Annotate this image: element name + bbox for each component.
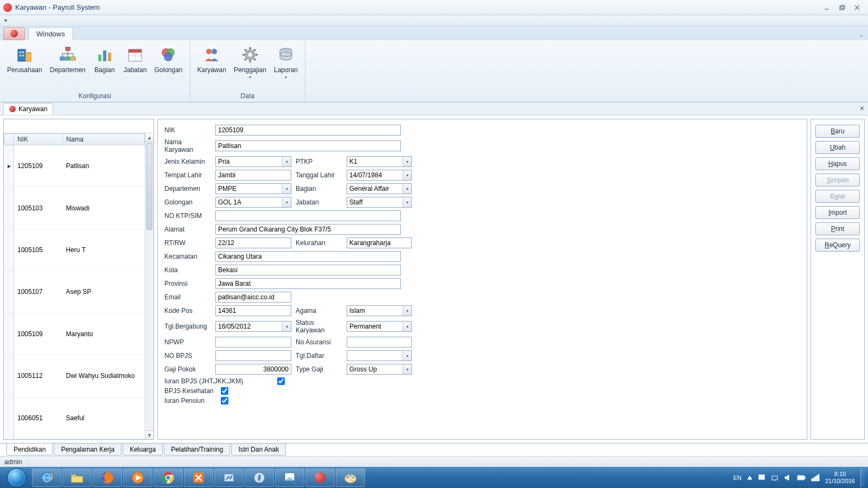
scroll-up-icon[interactable]: ▲ (145, 133, 154, 142)
label-npwp: NPWP (164, 338, 211, 346)
field-bagian[interactable]: General Affair▾ (347, 183, 412, 194)
ribbon-karyawan[interactable]: Karyawan (194, 42, 230, 91)
tray-battery-icon[interactable] (797, 474, 806, 481)
doc-tab-karyawan[interactable]: Karyawan (3, 103, 53, 115)
field-kecamatan[interactable] (215, 251, 401, 262)
table-row[interactable]: 1005105Heru T (4, 229, 145, 271)
field-tempat-lahir[interactable] (215, 170, 291, 181)
grid-scrollbar[interactable]: ▲ ▼ (145, 133, 154, 439)
taskbar-ie[interactable] (32, 468, 61, 487)
field-rtrw[interactable] (215, 237, 291, 248)
minimize-button[interactable] (819, 2, 834, 13)
taskbar-app-3[interactable] (275, 468, 304, 487)
field-asuransi[interactable] (347, 337, 412, 348)
check-iuran-pensiun[interactable] (221, 397, 228, 404)
tab-pendidikan[interactable]: Pendidikan (7, 444, 53, 455)
ribbon-golongan[interactable]: Golongan (150, 42, 186, 91)
field-npwp[interactable] (215, 337, 291, 348)
taskbar-app-2[interactable] (245, 468, 274, 487)
field-agama[interactable]: Islam▾ (347, 305, 412, 316)
employee-search-input[interactable] (4, 119, 154, 133)
field-jabatan[interactable]: Staff▾ (347, 197, 412, 208)
svg-point-28 (248, 53, 252, 57)
app-menu-button[interactable] (3, 27, 25, 40)
tray-language[interactable]: EN (733, 474, 742, 481)
field-ptkp[interactable]: K1▾ (347, 156, 412, 167)
field-status[interactable]: Permanent▾ (347, 321, 412, 332)
tray-wifi-icon[interactable] (811, 474, 820, 481)
tray-flag-icon[interactable] (758, 474, 765, 481)
tab-keluarga[interactable]: Keluarga (123, 444, 163, 455)
table-row[interactable]: 1006051Saeful (4, 397, 145, 439)
restore-button[interactable] (834, 2, 850, 13)
field-kelurahan[interactable] (347, 237, 412, 248)
field-golongan[interactable]: GOL 1A▾ (215, 197, 291, 208)
field-tgldaftar[interactable]: ▾ (347, 350, 412, 361)
field-tanggal-lahir[interactable]: 14/07/1984▾ (347, 170, 412, 181)
field-jenis-kelamin[interactable]: Pria▾ (215, 156, 291, 167)
taskbar-explorer[interactable] (62, 468, 92, 487)
import-button[interactable]: Import (815, 206, 860, 219)
scroll-thumb[interactable] (146, 143, 152, 230)
field-nobpjs[interactable] (215, 350, 291, 361)
taskbar-xampp[interactable] (184, 468, 213, 487)
svg-point-55 (352, 480, 354, 482)
ribbon-departemen[interactable]: Departemen (46, 42, 90, 91)
field-email[interactable] (215, 292, 291, 303)
check-iuran-bpjs[interactable] (277, 377, 285, 385)
start-button[interactable] (2, 467, 31, 488)
scroll-down-icon[interactable]: ▼ (145, 431, 154, 439)
ribbon-collapse-icon[interactable]: ⌃ (855, 34, 868, 40)
table-row[interactable]: 1005103Miswadi (4, 187, 145, 229)
baru-button[interactable]: Baru (815, 125, 860, 138)
tab-pelatihan[interactable]: Pelatihan/Training (164, 444, 230, 455)
taskbar-chrome[interactable] (154, 468, 183, 487)
table-row[interactable]: ▸1205109Patlisan (4, 145, 145, 187)
hapus-button[interactable]: Hapus (815, 157, 860, 170)
col-nama[interactable]: Nama (63, 134, 145, 145)
field-nama[interactable] (215, 140, 401, 151)
taskbar-paint[interactable] (336, 468, 365, 487)
field-departemen[interactable]: PMPE▾ (215, 183, 291, 194)
table-row[interactable]: 1005109Maryanto (4, 313, 145, 355)
check-bpjs-kesehatan[interactable] (221, 387, 228, 395)
app-icon (3, 3, 12, 12)
ribbon-tab-windows[interactable]: Windows (28, 27, 73, 40)
ribbon-bagian[interactable]: Bagian (90, 42, 120, 91)
ubah-button[interactable]: Ubah (815, 141, 860, 154)
doc-close-button[interactable]: ✕ (859, 105, 865, 112)
taskbar-payroll[interactable] (305, 468, 335, 487)
close-button[interactable] (850, 2, 865, 13)
taskbar-firefox[interactable] (93, 468, 122, 487)
tab-pengalaman-kerja[interactable]: Pengalaman Kerja (54, 444, 122, 455)
requery-button[interactable]: ReQuery (815, 239, 860, 252)
tray-clock[interactable]: 8:10 21/10/2016 (825, 471, 855, 484)
show-desktop-button[interactable] (860, 468, 865, 487)
field-nik[interactable] (215, 125, 401, 136)
field-ktp[interactable] (215, 210, 401, 221)
tray-network-icon[interactable] (771, 474, 778, 481)
employee-grid[interactable]: NIK Nama ▸1205109Patlisan1005103Miswadi1… (4, 133, 145, 439)
ribbon-penggajian[interactable]: Penggajian ▾ (230, 42, 270, 91)
ribbon-jabatan[interactable]: Jabatan (120, 42, 151, 91)
field-kodepos[interactable] (215, 305, 291, 316)
field-alamat[interactable] (215, 224, 401, 235)
ribbon-laporan[interactable]: Laporan ▾ (270, 42, 302, 91)
tab-istri-anak[interactable]: Istri Dan Anak (231, 444, 286, 455)
ribbon-perusahaan[interactable]: Perusahaan (3, 42, 46, 91)
qat-customize-icon[interactable]: ▾ (4, 17, 7, 23)
field-provinsi[interactable] (215, 278, 401, 289)
taskbar-media-player[interactable] (123, 468, 152, 487)
field-typegaji[interactable]: Gross Up▾ (347, 364, 412, 375)
table-row[interactable]: 1005112Dwi Wahyu Sudiatmoko (4, 355, 145, 397)
field-tglbergabung[interactable]: 16/05/2012▾ (215, 321, 291, 332)
taskbar-app-1[interactable] (214, 468, 244, 487)
print-button[interactable]: Print (815, 222, 860, 235)
col-nik[interactable]: NIK (14, 134, 63, 145)
field-kota[interactable] (215, 265, 401, 275)
field-gajipokok[interactable] (215, 364, 291, 375)
tray-show-hidden-icon[interactable] (747, 475, 752, 480)
tray-volume-icon[interactable] (784, 474, 792, 481)
table-row[interactable]: 1005107Asep SP (4, 271, 145, 313)
svg-rect-69 (818, 474, 819, 481)
